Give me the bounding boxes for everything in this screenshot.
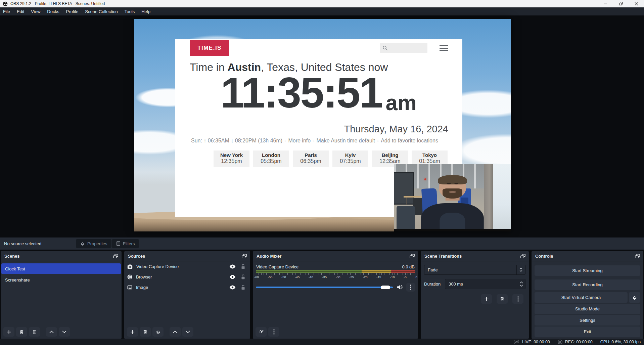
add-transition-button[interactable]	[481, 294, 492, 304]
menu-profile[interactable]: Profile	[62, 7, 82, 15]
menu-scene-collection[interactable]: Scene Collection	[82, 7, 121, 15]
sun-times: Sun: ↑ 06:35AM ↓ 08:20PM (13h 46m)	[191, 138, 282, 144]
volume-slider-handle[interactable]	[381, 286, 390, 289]
scene-item-screenshare[interactable]: Screenshare	[1, 275, 121, 285]
source-toolbar: No source selected Properties Filters	[0, 237, 644, 250]
duration-value: 300 ms	[449, 282, 463, 287]
popout-icon[interactable]	[113, 254, 119, 259]
popout-icon[interactable]	[409, 254, 415, 259]
settings-button[interactable]: Settings	[535, 315, 640, 326]
spinner-arrows-icon[interactable]	[520, 279, 523, 289]
source-properties-button[interactable]	[152, 327, 164, 337]
menu-help[interactable]: Help	[138, 7, 154, 15]
start-recording-button[interactable]: Start Recording	[535, 279, 640, 290]
duration-spinbox[interactable]: 300 ms	[445, 279, 525, 289]
menu-file[interactable]: File	[0, 7, 13, 15]
duration-label: Duration	[424, 282, 445, 287]
remove-transition-button[interactable]	[497, 294, 508, 304]
source-row-video-capture[interactable]: Video Capture Device	[124, 261, 250, 272]
audio-mixer-panel: Audio Mixer Video Capture Device 0.0 dB …	[253, 251, 418, 339]
controls-header: Controls	[532, 251, 643, 261]
filter-icon	[116, 241, 121, 246]
remove-scene-button[interactable]	[16, 327, 27, 337]
rec-timecode: REC: 00:00:00	[565, 340, 593, 344]
lock-icon[interactable]	[241, 274, 245, 279]
popout-icon[interactable]	[241, 254, 247, 259]
menu-bar: File Edit View Docks Profile Scene Colle…	[0, 7, 644, 15]
sun-info-line: Sun: ↑ 06:35AM ↓ 08:20PM (13h 46m) - Mor…	[191, 138, 448, 144]
menu-tools[interactable]: Tools	[121, 7, 138, 15]
double-gear-icon	[258, 330, 264, 335]
visibility-eye-icon[interactable]	[229, 264, 236, 269]
menu-view[interactable]: View	[28, 7, 44, 15]
city-paris: Paris06:35pm	[293, 150, 329, 167]
visibility-eye-icon[interactable]	[229, 285, 236, 290]
filters-button[interactable]: Filters	[112, 239, 139, 248]
timeis-logo: TIME.IS	[190, 40, 229, 56]
advanced-audio-button[interactable]	[256, 327, 267, 337]
city-newyork: New York12:35pm	[214, 150, 249, 167]
live-timecode: LIVE: 00:00:00	[522, 340, 550, 344]
sources-panel: Sources Video Capture Device Browser Ima…	[124, 251, 250, 339]
restore-button[interactable]	[613, 0, 629, 7]
scene-item-clock-test[interactable]: Clock Test	[1, 263, 121, 274]
studio-mode-button[interactable]: Studio Mode	[535, 304, 640, 314]
move-scene-up-button[interactable]	[46, 327, 57, 337]
gear-icon	[156, 330, 160, 334]
start-virtual-camera-button[interactable]: Start Virtual Camera	[535, 292, 628, 303]
obs-window: OBS 29.1.2 - Profile: LLHLS BETA - Scene…	[0, 0, 644, 345]
menu-edit[interactable]: Edit	[13, 7, 28, 15]
meter-scale: -60-55-50-45-40-35-30-25-20-15-10-50	[254, 275, 417, 279]
move-source-up-button[interactable]	[170, 327, 181, 337]
record-disc-icon	[558, 339, 563, 344]
mixer-device-label: Video Capture Device	[256, 264, 298, 269]
visibility-eye-icon[interactable]	[229, 275, 236, 279]
timeis-date: Thursday, May 16, 2024	[344, 124, 448, 135]
lock-icon[interactable]	[241, 285, 245, 290]
sources-toolbar	[127, 327, 193, 337]
popout-icon[interactable]	[635, 254, 640, 259]
mixer-options-button[interactable]	[406, 283, 415, 292]
source-row-browser[interactable]: Browser	[124, 272, 250, 282]
city-london: London05:35pm	[253, 150, 289, 167]
no-source-label: No source selected	[4, 241, 41, 246]
remove-source-button[interactable]	[140, 327, 151, 337]
menu-docks[interactable]: Docks	[44, 7, 62, 15]
transition-select[interactable]: Fade	[424, 265, 525, 275]
add-scene-button[interactable]	[3, 327, 14, 337]
move-source-down-button[interactable]	[182, 327, 193, 337]
preview-canvas[interactable]: TIME.IS Time in Austin, Texas, United St…	[134, 19, 511, 231]
camera-icon	[127, 264, 133, 269]
scene-filters-button[interactable]	[29, 327, 40, 337]
gear-icon	[632, 295, 637, 300]
kebab-menu-icon	[410, 285, 411, 290]
move-scene-down-button[interactable]	[59, 327, 70, 337]
webcam-video-source[interactable]	[394, 164, 511, 231]
properties-button[interactable]: Properties	[76, 239, 111, 248]
transitions-toolbar	[481, 294, 523, 304]
cpu-fps-stats: CPU: 0.6%, 30.00 fps	[600, 340, 641, 344]
lock-icon[interactable]	[241, 264, 245, 269]
start-streaming-button[interactable]: Start Streaming	[535, 265, 640, 276]
title-bar[interactable]: OBS 29.1.2 - Profile: LLHLS BETA - Scene…	[0, 0, 644, 7]
minimize-button[interactable]	[598, 0, 613, 7]
transitions-header: Scene Transitions	[421, 251, 529, 261]
add-source-button[interactable]	[127, 327, 138, 337]
clock-digits: 11:35:51	[221, 71, 382, 114]
close-button[interactable]	[629, 0, 644, 7]
mixer-menu-button[interactable]	[268, 327, 279, 337]
hamburger-menu-icon	[440, 45, 448, 51]
virtual-camera-config-button[interactable]	[629, 292, 640, 303]
more-info-link: More info	[288, 138, 311, 144]
volume-slider[interactable]	[256, 287, 393, 288]
popout-icon[interactable]	[520, 254, 526, 259]
source-row-image[interactable]: Image	[124, 282, 250, 293]
kebab-menu-icon	[273, 329, 275, 335]
exit-button[interactable]: Exit	[535, 327, 640, 337]
make-default-link: Make Austin time default	[317, 138, 375, 144]
speaker-icon[interactable]	[397, 285, 403, 290]
transition-properties-button[interactable]	[512, 294, 523, 304]
clock-meridiem: am	[385, 92, 417, 114]
volume-meter	[256, 270, 415, 273]
combo-chevrons-icon	[516, 265, 525, 274]
